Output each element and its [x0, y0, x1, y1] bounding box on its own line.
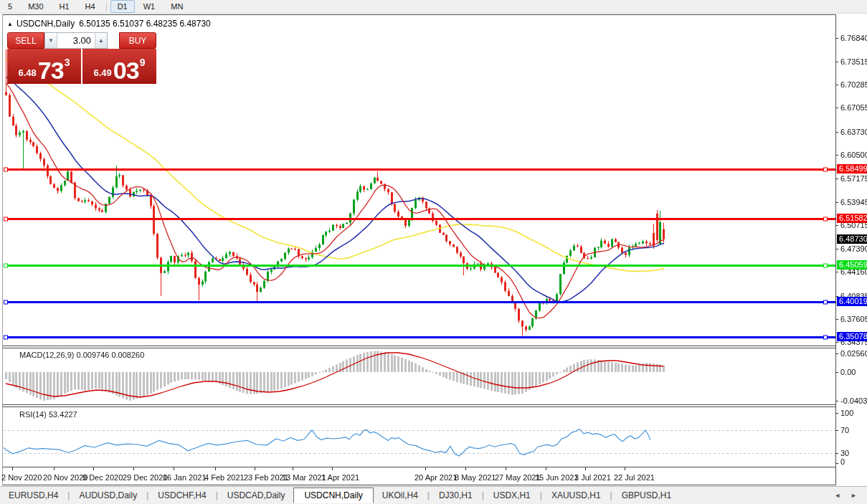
chart-title: ▲USDCNH,Daily6.50135 6.51037 6.48235 6.4…: [7, 19, 211, 29]
date-label: 13 Mar 2021: [282, 473, 326, 482]
macd-axis-label: -0.040388: [840, 396, 867, 405]
rsi-pane-bottom-border: [2, 467, 835, 467]
date-label: 15 Jun 2021: [535, 473, 579, 482]
toolbar-timeframe-button-5[interactable]: 5: [1, 0, 19, 13]
trading-platform-window: 5M30H1H4D1W1MN ▲USDCNH,Daily6.50135 6.51…: [0, 0, 867, 504]
symbol-tab-audusd[interactable]: AUDUSD,Daily: [70, 488, 146, 503]
collapse-triangle-icon[interactable]: ▲: [7, 21, 13, 27]
price-tick-label: 6.63730: [840, 128, 867, 136]
macd-indicator-label: MACD(12,26,9) 0.009746 0.008260: [19, 351, 144, 359]
date-label: 1 Apr 2021: [321, 473, 359, 482]
buy-price-pipette: 9: [140, 57, 146, 68]
date-label: 3 Jul 2021: [574, 473, 611, 482]
macd-signal-value: 0.008260: [111, 351, 144, 359]
buy-price-prefix: 6.49: [94, 67, 112, 78]
sell-price-pipette: 3: [65, 57, 70, 68]
level-price-tag: 6.40019: [837, 297, 867, 306]
date-label: 20 Apr 2021: [414, 473, 457, 482]
sell-price-big-digits: 73: [38, 60, 64, 81]
symbol-tab-dj30[interactable]: DJ30,H1: [430, 488, 481, 503]
sell-price-display[interactable]: 6.48 73 3: [7, 49, 81, 84]
current-price-tag: 6.48730: [837, 234, 867, 244]
date-label: 16 Jan 2021: [163, 473, 207, 482]
date-axis-bottom-border: [2, 485, 835, 485]
tab-scroll-controls: ◄►: [834, 492, 857, 499]
date-label: 27 May 2021: [495, 473, 541, 482]
symbol-tab-xauusd[interactable]: XAUUSD,H1: [543, 488, 610, 503]
macd-main-value: 0.009746: [76, 351, 109, 359]
level-price-tag: 6.51582: [837, 214, 867, 223]
symbol-tab-eurusd[interactable]: EURUSD,H4: [0, 488, 67, 503]
rsi-indicator-label: RSI(14) 53.4227: [19, 410, 77, 419]
symbol-tab-ukoil[interactable]: UKOil,H4: [374, 488, 427, 503]
toolbar-divider: [106, 1, 107, 11]
date-label: 22 Jul 2021: [614, 473, 655, 482]
rsi-axis-label: 100: [840, 409, 853, 417]
level-price-tag: 6.45059: [837, 260, 867, 270]
chart-ohlc-values: 6.50135 6.51037 6.48235 6.48730: [79, 19, 211, 29]
macd-axis-label: 0.025609: [840, 349, 867, 358]
rsi-name: RSI(14): [19, 410, 47, 419]
symbol-tab-gbpusd[interactable]: GBPUSD,H1: [613, 488, 680, 503]
volume-decrease-button[interactable]: ▼: [45, 33, 57, 48]
toolbar-timeframe-button-mn[interactable]: MN: [164, 0, 190, 13]
toolbar-timeframe-button-w1[interactable]: W1: [136, 0, 163, 13]
price-tick-label: 6.70285: [840, 80, 867, 89]
tab-scroll-right-icon[interactable]: ►: [851, 492, 857, 499]
toolbar-timeframe-button-m30[interactable]: M30: [21, 0, 50, 13]
price-tick-label: 6.47390: [840, 244, 867, 253]
date-label: 8 May 2021: [455, 473, 496, 482]
price-tick-label: 6.67055: [840, 103, 867, 112]
price-tick-label: 6.60500: [840, 151, 867, 159]
chart-symbol-label: USDCNH,Daily: [16, 19, 75, 29]
buy-price-big-digits: 03: [113, 60, 139, 81]
symbol-tab-usdchf[interactable]: USDCHF,H4: [149, 488, 214, 503]
date-label: 4 Feb 2021: [204, 473, 245, 482]
buy-price-display[interactable]: 6.49 03 9: [82, 49, 156, 84]
level-price-tag: 6.35078: [837, 332, 867, 341]
toolbar-timeframe-button-h1[interactable]: H1: [52, 0, 77, 13]
macd-pane-bottom-border[interactable]: [2, 404, 835, 405]
main-pane-bottom-border[interactable]: [2, 346, 835, 346]
symbol-tab-usdcad[interactable]: USDCAD,Daily: [219, 488, 294, 503]
tab-scroll-left-icon[interactable]: ◄: [834, 492, 840, 499]
price-tick-label: 6.37605: [840, 315, 867, 323]
rsi-value: 53.4227: [49, 410, 77, 419]
chart-left-border: [2, 14, 3, 485]
rsi-axis-label: 0: [840, 457, 845, 466]
rsi-axis-label: 70: [840, 426, 849, 434]
date-label: 20 Nov 2020: [43, 473, 87, 482]
symbol-tab-usdcnh[interactable]: USDCNH,Daily: [293, 488, 373, 503]
date-label: 29 Dec 2020: [123, 473, 167, 482]
rsi-pane-top-border: [2, 406, 835, 407]
toolbar-timeframe-button-h4[interactable]: H4: [78, 0, 103, 13]
volume-input[interactable]: [57, 33, 95, 48]
volume-increase-button[interactable]: ▲: [95, 33, 107, 48]
macd-pane-top-border: [2, 348, 835, 348]
chart-top-border: [2, 14, 835, 15]
date-label: 2 Nov 2020: [1, 473, 42, 482]
date-label: 9 Dec 2020: [82, 473, 123, 482]
price-axis-line: [835, 14, 836, 485]
macd-name: MACD(12,26,9): [19, 351, 74, 359]
sell-button[interactable]: SELL: [7, 32, 44, 49]
price-tick-label: 6.73515: [840, 57, 867, 66]
price-tick-label: 6.53945: [840, 198, 867, 206]
sell-price-prefix: 6.48: [19, 67, 37, 78]
price-tick-label: 6.76840: [840, 34, 867, 42]
symbol-tab-usdx[interactable]: USDX,H1: [485, 488, 539, 503]
rsi-axis-label: 30: [840, 449, 849, 457]
one-click-trading-panel: SELL ▼ ▲ BUY 6.48 73 3 6.49 03 9: [7, 32, 156, 84]
timeframe-toolbar: 5M30H1H4D1W1MN: [0, 0, 867, 14]
symbol-tab-bar: EURUSD,H4|AUDUSD,Daily|USDCHF,H4|USDCAD,…: [0, 486, 867, 504]
level-price-tag: 6.58499: [837, 164, 867, 173]
macd-axis-label: 0.00: [840, 368, 856, 376]
buy-button[interactable]: BUY: [119, 32, 156, 49]
price-tick-label: 6.57175: [840, 174, 867, 183]
toolbar-timeframe-button-d1[interactable]: D1: [110, 0, 135, 13]
volume-stepper: ▼ ▲: [44, 32, 108, 49]
